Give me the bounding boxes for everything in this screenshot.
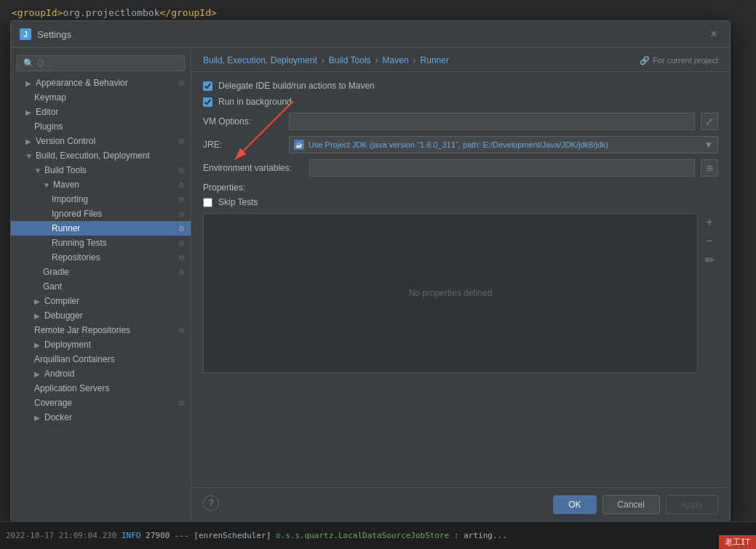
env-expand-btn[interactable]: ⊞ [701,159,718,177]
jre-label: JRE: [203,140,283,150]
delegate-label: Delegate IDE build/run actions to Maven [218,81,375,91]
apply-button[interactable]: Apply [666,495,718,514]
remote-jar-icon: ⚙ [173,326,185,334]
expand-icon-build: ▼ [25,152,33,160]
sidebar-item-deployment[interactable]: ▶ Deployment [11,337,191,352]
ignored-icon: ⚙ [173,210,185,218]
add-property-btn[interactable]: ＋ [701,213,718,231]
sidebar-item-gradle[interactable]: Gradle ⚙ [11,265,191,279]
sidebar-label-ignored: Ignored Files [52,209,102,219]
sidebar-label-importing: Importing [52,194,88,204]
sidebar-item-appearance[interactable]: ▶ Appearance & Behavior ⚙ [11,76,191,90]
sidebar-label-runner: Runner [52,223,80,233]
properties-table: No properties defined [203,213,698,373]
sidebar-item-importing[interactable]: Importing ⚙ [11,192,191,207]
sidebar-item-remote-jar[interactable]: Remote Jar Repositories ⚙ [11,323,191,337]
edit-property-btn[interactable]: ✏ [701,251,718,268]
cancel-button[interactable]: Cancel [602,495,660,514]
app-icon: J [20,28,31,40]
jre-icon: ☕ [294,140,304,150]
gradle-icon: ⚙ [173,268,185,276]
sidebar-item-version-control[interactable]: ▶ Version Control ⚙ [11,134,191,148]
breadcrumb: Build, Execution, Deployment › Build Too… [191,48,730,72]
skip-tests-checkbox[interactable] [203,198,212,207]
running-icon: ⚙ [173,239,185,247]
sidebar-label-build: Build, Execution, Deployment [36,151,150,161]
expand-icon-maven: ▼ [43,181,50,189]
sidebar-item-repos[interactable]: Repositories ⚙ [11,250,191,265]
sidebar-item-debugger[interactable]: ▶ Debugger [11,308,191,323]
expand-icon-deploy: ▶ [34,341,41,349]
sidebar-item-build-tools[interactable]: ▼ Build Tools ⚙ [11,163,191,177]
project-scope: 🔗 For current project [640,56,718,65]
sidebar-item-ignored[interactable]: Ignored Files ⚙ [11,207,191,221]
search-icon: 🔍 [23,58,34,68]
sidebar-label-android: Android [44,369,74,379]
sidebar-label-coverage: Coverage [34,398,72,408]
background-checkbox-row: Run in background [203,97,718,107]
log-bar: 2022-10-17 21:09:04.230 INFO 27900 --- [… [0,521,756,549]
sidebar-item-plugins[interactable]: Plugins [11,119,191,134]
sidebar-item-maven[interactable]: ▼ Maven ⚙ [11,177,191,192]
sidebar-label-arquillian: Arquillian Containers [34,354,115,364]
sidebar-item-android[interactable]: ▶ Android [11,366,191,381]
sidebar-label-appearance: Appearance & Behavior [36,78,128,88]
env-vars-label: Environment variables: [203,163,303,173]
jre-select[interactable]: ☕ Use Project JDK (java version "1.8.0_3… [289,136,718,153]
vm-options-expand-btn[interactable]: ⤢ [701,113,718,130]
expand-icon-bt: ▼ [34,167,41,175]
project-icon: 🔗 [640,56,650,65]
breadcrumb-item-2: Build Tools [329,55,371,65]
skip-tests-label: Skip Tests [218,197,258,207]
repos-icon: ⚙ [173,254,185,262]
search-box[interactable]: 🔍 Q... [17,55,185,71]
ok-button[interactable]: OK [553,495,596,514]
settings-dialog: J Settings × 🔍 Q... ▶ Appearance & Behav… [10,20,731,522]
csdn-badge: 老工IT [719,535,756,549]
bt-icon: ⚙ [173,167,185,175]
properties-label: Properties: [203,183,718,193]
sidebar-item-build-exec[interactable]: ▼ Build, Execution, Deployment [11,148,191,163]
env-vars-row: Environment variables: ⊞ [203,159,718,177]
expand-icon-docker: ▶ [34,414,41,422]
close-button[interactable]: × [707,27,721,41]
sidebar-item-app-servers[interactable]: Application Servers [11,381,191,396]
sidebar-label-deployment: Deployment [44,340,91,350]
sidebar-item-gant[interactable]: Gant [11,279,191,294]
env-vars-input[interactable] [309,159,695,177]
log-level: INFO [122,531,146,540]
sidebar-label-repos: Repositories [52,252,100,263]
help-button[interactable]: ? [203,495,219,511]
sidebar-item-compiler[interactable]: ▶ Compiler [11,294,191,308]
skip-tests-row: Skip Tests [203,197,718,207]
sidebar-item-running-tests[interactable]: Running Tests ⚙ [11,236,191,250]
sidebar: 🔍 Q... ▶ Appearance & Behavior ⚙ Keymap … [11,48,191,521]
sidebar-item-arquillian[interactable]: Arquillian Containers [11,352,191,366]
sidebar-item-coverage[interactable]: Coverage ⚙ [11,396,191,410]
runner-icon: ⚙ [173,225,185,233]
sidebar-label-plugins: Plugins [34,121,63,132]
expand-icon-compiler: ▶ [34,297,41,305]
no-properties-msg: No properties defined [409,288,493,298]
breadcrumb-sep-2: › [375,55,378,65]
vm-options-input[interactable] [289,113,695,130]
expand-icon-vc: ▶ [25,137,33,145]
expand-icon: ▶ [25,79,33,87]
expand-icon-android: ▶ [34,370,41,378]
background-checkbox[interactable] [203,97,212,107]
breadcrumb-item-1: Build, Execution, Deployment [203,55,317,65]
properties-section: No properties defined ＋ － ✏ [203,213,718,373]
sidebar-item-runner[interactable]: Runner ⚙ [11,221,191,236]
maven-icon: ⚙ [173,181,185,189]
sidebar-item-docker[interactable]: ▶ Docker [11,410,191,425]
sidebar-item-more: · · · · · · · · · · [11,425,191,439]
vc-icon: ⚙ [173,137,185,145]
sidebar-item-keymap[interactable]: Keymap [11,90,191,105]
remove-property-btn[interactable]: － [701,232,718,249]
log-line-1: 2022-10-17 21:09:04.230 INFO 27900 --- [… [6,531,507,540]
dialog-title: Settings [37,29,71,40]
project-label: For current project [653,56,718,65]
delegate-checkbox[interactable] [203,81,212,91]
sidebar-label-gradle: Gradle [43,267,69,277]
sidebar-item-editor[interactable]: ▶ Editor [11,105,191,119]
